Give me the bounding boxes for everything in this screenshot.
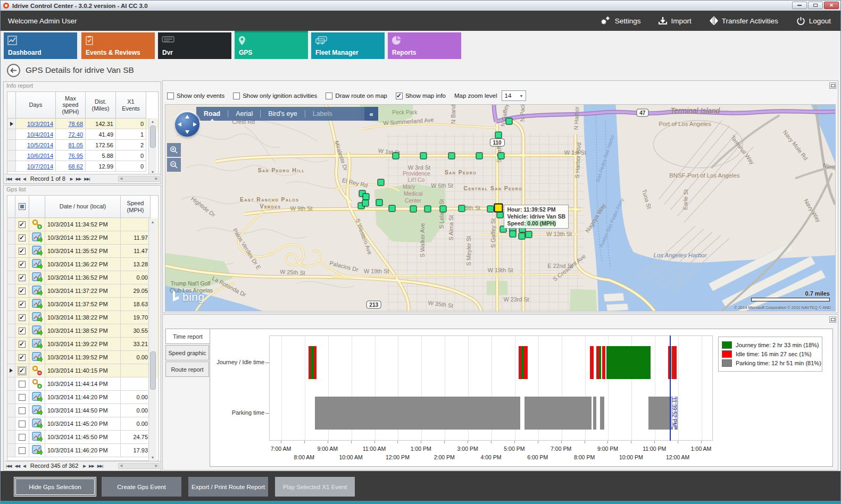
close-button[interactable]: ✕ bbox=[824, 2, 839, 9]
row-checkbox-cell[interactable] bbox=[15, 298, 29, 311]
tab-dashboard[interactable]: Dashboard bbox=[4, 32, 77, 59]
select-all-header[interactable] bbox=[15, 196, 29, 218]
pager-prev-button[interactable]: ◀ bbox=[23, 177, 26, 181]
gps-marker[interactable] bbox=[393, 153, 399, 159]
gps-marker[interactable] bbox=[495, 132, 502, 139]
map-option-3[interactable]: Draw route on map bbox=[326, 93, 387, 99]
gps-marker[interactable] bbox=[476, 153, 483, 159]
gps-marker[interactable] bbox=[518, 233, 525, 240]
tab-gps[interactable]: GPS bbox=[235, 32, 308, 59]
selected-gps-marker[interactable] bbox=[494, 204, 503, 213]
row-checkbox[interactable] bbox=[19, 261, 26, 268]
tab-reports[interactable]: Reports bbox=[388, 32, 461, 59]
row-checkbox[interactable] bbox=[19, 407, 26, 414]
row-checkbox-cell[interactable] bbox=[15, 431, 29, 444]
max-speed-cell[interactable]: 68.62 bbox=[56, 161, 86, 172]
info-report-scrollbar[interactable]: ▲▼ bbox=[148, 118, 156, 175]
gps-list-row[interactable]: 10/3/2014 11:45:50 PM24.75 bbox=[7, 431, 158, 444]
gps-marker[interactable] bbox=[498, 153, 505, 159]
tab-speed-graphic[interactable]: Speed graphic bbox=[165, 345, 209, 360]
row-checkbox[interactable] bbox=[19, 421, 26, 427]
bing-map[interactable]: Crest RdMiraleste DrW Summerland AvePeck… bbox=[165, 104, 836, 312]
gps-list-row[interactable]: 10/3/2014 11:38:52 PM30.55 bbox=[7, 324, 158, 338]
transfer-activities-button[interactable]: Transfer Activities bbox=[710, 16, 778, 26]
pager-last-button[interactable]: ▶▶| bbox=[97, 464, 103, 468]
button-hide-gps-selection[interactable]: Hide Gps Selection bbox=[14, 477, 96, 497]
row-checkbox-cell[interactable] bbox=[15, 417, 29, 431]
pager-next-page-button[interactable]: ▶▶ bbox=[89, 464, 94, 468]
gps-marker[interactable] bbox=[410, 205, 417, 212]
max-speed-link[interactable]: 68.62 bbox=[68, 163, 83, 170]
gps-marker[interactable] bbox=[448, 153, 455, 159]
days-cell[interactable]: 10/5/2014 bbox=[16, 140, 56, 150]
map-zoom-out-button[interactable] bbox=[167, 158, 181, 172]
column-header[interactable]: X1 Events bbox=[116, 92, 146, 119]
row-checkbox[interactable] bbox=[19, 367, 26, 374]
row-checkbox[interactable] bbox=[19, 248, 26, 255]
map-zoom-level-select[interactable]: 14▼ bbox=[502, 90, 526, 101]
pager-h-scrollbar[interactable]: ◀▶ bbox=[118, 176, 160, 182]
gps-marker[interactable] bbox=[424, 205, 431, 212]
gps-list-row[interactable]: 10/3/2014 11:40:15 PM bbox=[7, 364, 158, 377]
row-checkbox[interactable] bbox=[19, 394, 26, 401]
pager-prev-page-button[interactable]: ◀◀ bbox=[14, 177, 20, 181]
days-link[interactable]: 10/6/2014 bbox=[27, 153, 53, 159]
gps-marker[interactable] bbox=[389, 205, 396, 212]
map-layer-aerial[interactable]: Aerial bbox=[236, 110, 253, 117]
row-checkbox[interactable] bbox=[19, 301, 26, 308]
table-row[interactable]: 10/4/201472.4041.491 bbox=[7, 129, 158, 140]
gps-marker[interactable] bbox=[510, 230, 517, 237]
gps-list-row[interactable]: 10/3/2014 11:44:20 PM0.00 bbox=[7, 391, 158, 404]
days-link[interactable]: 10/7/2014 bbox=[27, 163, 53, 170]
row-checkbox-cell[interactable] bbox=[15, 391, 29, 404]
days-cell[interactable]: 10/4/2014 bbox=[16, 129, 56, 140]
row-checkbox-cell[interactable] bbox=[15, 338, 29, 351]
row-checkbox-cell[interactable] bbox=[15, 284, 29, 298]
days-cell[interactable]: 10/7/2014 bbox=[16, 161, 56, 172]
gps-marker[interactable] bbox=[525, 231, 532, 238]
row-checkbox[interactable] bbox=[19, 221, 26, 228]
gps-marker[interactable] bbox=[487, 205, 494, 212]
gps-list-row[interactable]: 10/3/2014 11:44:14 PM bbox=[7, 377, 158, 391]
row-checkbox[interactable] bbox=[19, 274, 26, 281]
days-cell[interactable]: 10/6/2014 bbox=[16, 150, 56, 161]
gps-marker[interactable] bbox=[459, 205, 465, 212]
map-option-1[interactable]: Show only events bbox=[167, 93, 224, 99]
gps-list-row[interactable]: 10/3/2014 11:37:52 PM18.63 bbox=[7, 298, 158, 311]
map-option-checkbox[interactable] bbox=[233, 93, 240, 99]
row-checkbox[interactable] bbox=[19, 354, 26, 361]
gps-list-row[interactable]: 10/3/2014 11:36:22 PM13.28 bbox=[7, 258, 158, 271]
gps-list-row[interactable]: 10/3/2014 11:45:20 PM0.00 bbox=[7, 417, 158, 431]
gps-list-row[interactable]: 10/3/2014 11:44:50 PM0.00 bbox=[7, 404, 158, 417]
gps-marker[interactable] bbox=[377, 179, 384, 186]
button-export-print-route-report[interactable]: Export / Print Route Report bbox=[188, 477, 268, 497]
gps-list-row[interactable]: 10/3/2014 11:37:22 PM29.05 bbox=[7, 284, 158, 298]
gps-marker[interactable] bbox=[420, 153, 427, 159]
tab-events-reviews[interactable]: Events & Reviews bbox=[81, 32, 155, 59]
table-row[interactable]: 10/3/201478.68142.310 bbox=[7, 119, 158, 129]
row-checkbox-cell[interactable] bbox=[15, 404, 29, 417]
map-option-checkbox[interactable] bbox=[396, 93, 403, 99]
row-checkbox-cell[interactable] bbox=[15, 218, 29, 231]
tab-fleet-manager[interactable]: Fleet Manager bbox=[311, 32, 385, 59]
gps-list-row[interactable]: 10/3/2014 11:35:52 PM11.47 bbox=[7, 245, 158, 258]
row-checkbox[interactable] bbox=[19, 288, 26, 295]
gps-marker[interactable] bbox=[506, 117, 513, 124]
pager-next-button[interactable]: ▶ bbox=[70, 177, 73, 181]
pager-last-button[interactable]: ▶▶| bbox=[84, 177, 89, 181]
row-checkbox[interactable] bbox=[19, 234, 26, 241]
gps-list-row[interactable]: 10/3/2014 11:39:52 PM0.00 bbox=[7, 351, 158, 364]
max-speed-cell[interactable]: 76.95 bbox=[56, 150, 86, 161]
map-compass-control[interactable] bbox=[175, 112, 199, 137]
row-checkbox-cell[interactable] bbox=[15, 444, 29, 457]
logout-button[interactable]: Logout bbox=[796, 16, 831, 26]
column-header[interactable]: Days bbox=[16, 92, 56, 119]
max-speed-cell[interactable]: 78.68 bbox=[56, 119, 86, 129]
gps-list-row[interactable]: 10/3/2014 11:34:52 PM bbox=[7, 218, 158, 231]
gps-marker[interactable] bbox=[439, 205, 446, 212]
maximize-button[interactable] bbox=[808, 2, 823, 9]
table-row[interactable]: 10/5/201481.05172.562 bbox=[7, 140, 158, 150]
gps-marker[interactable] bbox=[376, 199, 382, 206]
map-layer-birdseye[interactable]: Bird's eye bbox=[268, 110, 297, 117]
row-checkbox-cell[interactable] bbox=[15, 245, 29, 258]
